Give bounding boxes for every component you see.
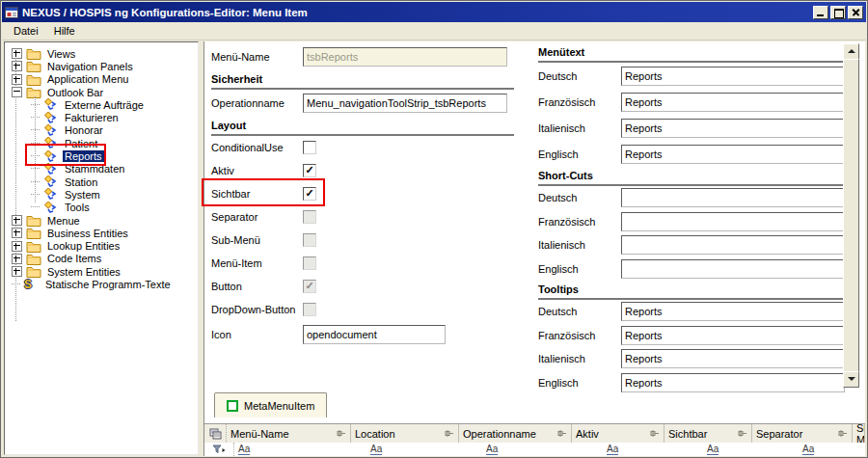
expand-plus-icon[interactable] [12, 48, 22, 59]
vertical-scrollbar[interactable] [843, 43, 859, 388]
expand-plus-icon[interactable] [12, 241, 22, 252]
filter-funnel-icon[interactable] [204, 443, 234, 456]
tab-metamenuitem[interactable]: MetaMenuItem [214, 392, 327, 418]
grid-column-sub-men[interactable]: Sub-Menü [853, 424, 865, 443]
men-text-deutsch-input[interactable] [621, 67, 845, 86]
tree-item-reports[interactable]: Reports [5, 149, 198, 162]
short-cuts-franz-sisch-input[interactable] [621, 212, 845, 231]
short-cuts-englisch-input[interactable] [621, 259, 845, 279]
expand-plus-icon[interactable] [12, 74, 22, 85]
tree-item-lookup-entities[interactable]: Lookup Entities [5, 239, 198, 252]
grid-filter-operationname[interactable]: Aa [482, 443, 603, 456]
tree-item-label: Views [45, 48, 77, 60]
expand-plus-icon[interactable] [12, 215, 22, 226]
pin-icon[interactable] [835, 428, 848, 440]
tree-item-fakturieren[interactable]: Fakturieren [5, 111, 198, 123]
tree-item-navigation-panels[interactable]: Navigation Panels [5, 60, 198, 72]
tree-item-patient[interactable]: Patient [5, 137, 198, 149]
grid-filter-men-name[interactable]: Aa [234, 443, 366, 456]
tree-item-label: System [63, 189, 102, 201]
short-cuts-italienisch-input[interactable] [621, 235, 845, 255]
pin-icon[interactable] [555, 428, 567, 440]
tree-item-label: Application Menu [45, 73, 130, 85]
row-short-cuts-franz-sisch: Französisch [538, 210, 845, 234]
grid-filter-aktiv[interactable]: Aa [603, 443, 703, 456]
tree-item-tools[interactable]: Tools [5, 202, 198, 214]
icon-input[interactable] [303, 325, 446, 344]
static-texts-icon: S [24, 278, 40, 291]
tree-item-application-menu[interactable]: Application Menu [5, 73, 198, 86]
folder-icon [26, 214, 41, 228]
grid-header-row: Menü-NameLocationOperationnameAktivSicht… [204, 424, 865, 444]
pin-icon[interactable] [442, 428, 454, 440]
operationname-input[interactable] [303, 94, 507, 113]
checkbox-conditionaluse[interactable] [303, 141, 316, 154]
tooltips-deutsch-input[interactable] [621, 302, 845, 321]
grid-column-men-name[interactable]: Menü-Name [227, 424, 351, 443]
franz-sisch-label: Französisch [538, 216, 621, 228]
tree-item-outlook-bar[interactable]: Outlook Bar [5, 86, 198, 98]
tree-item-menue[interactable]: Menue [5, 214, 198, 227]
section-short-cuts: Short-Cuts [538, 167, 845, 186]
italienisch-label: Italienisch [538, 122, 621, 134]
grid-column-operationname[interactable]: Operationname [459, 424, 572, 443]
tree-item-business-entities[interactable]: Business Entities [5, 227, 198, 239]
grid-column-location[interactable]: Location [351, 424, 459, 443]
grid-filter-location[interactable]: Aa [366, 443, 482, 456]
expand-plus-icon[interactable] [12, 266, 22, 277]
englisch-label: Englisch [538, 148, 621, 160]
tree-item-views[interactable]: Views [5, 47, 198, 60]
maximize-button[interactable] [830, 6, 846, 19]
tree-item-label: Fakturieren [63, 112, 121, 123]
sitemap-icon [43, 149, 59, 163]
collapse-minus-icon[interactable] [12, 87, 22, 97]
grid-filter-sichtbar[interactable]: Aa [703, 443, 799, 456]
tree-item-system-entities[interactable]: System Entities [5, 265, 198, 278]
pin-icon[interactable] [334, 428, 346, 440]
tooltips-englisch-input[interactable] [621, 373, 845, 392]
minimize-button[interactable] [813, 6, 828, 19]
green-square-icon [227, 400, 238, 412]
grid-filter-separator[interactable]: Aa [799, 443, 868, 456]
tree-item-stammdaten[interactable]: Stammdaten [5, 163, 198, 175]
tree-item-externe-auftr-ge[interactable]: Externe Aufträge [5, 98, 198, 111]
pin-icon[interactable] [735, 428, 747, 440]
tree-item-label: Business Entities [45, 228, 130, 239]
scroll-down-button[interactable] [843, 371, 859, 388]
menu-hilfe[interactable]: Hilfe [46, 24, 83, 39]
menu-datei[interactable]: Datei [6, 24, 46, 39]
tree-item-honorar[interactable]: Honorar [5, 124, 198, 137]
window-title: NEXUS / HOSPIS ng Konfigurations-Editor:… [22, 7, 813, 18]
tree-item-station[interactable]: Station [5, 175, 198, 188]
scroll-up-button[interactable] [843, 43, 859, 60]
tooltips-italienisch-input[interactable] [621, 349, 845, 368]
pin-icon[interactable] [647, 428, 660, 440]
tooltips-franz-sisch-input[interactable] [621, 326, 845, 345]
grid-column-sichtbar[interactable]: Sichtbar [665, 424, 752, 443]
tree-item-system[interactable]: System [5, 188, 198, 201]
row-short-cuts-englisch: Englisch [538, 257, 845, 282]
grid-column-separator[interactable]: Separator [752, 424, 853, 443]
men-text-italienisch-input[interactable] [621, 119, 845, 138]
conditionaluse-label: ConditionalUse [211, 142, 303, 153]
checkbox-men-item [303, 256, 316, 270]
section-layout: Layout [211, 117, 514, 136]
tree-item-code-items[interactable]: Code Items [5, 253, 198, 265]
sitemap-icon [43, 201, 59, 214]
menu-name-input[interactable] [303, 47, 507, 67]
close-button[interactable] [848, 6, 863, 19]
grid-properties-icon[interactable] [204, 424, 227, 443]
tree-item-statische-programm-texte[interactable]: SStatische Programm-Texte [5, 278, 198, 290]
checkbox-sichtbar[interactable]: ✓ [303, 187, 316, 201]
row-short-cuts-italienisch: Italienisch [538, 233, 845, 257]
checkbox-aktiv[interactable]: ✓ [303, 164, 316, 177]
short-cuts-deutsch-input[interactable] [621, 188, 845, 207]
men-text-englisch-input[interactable] [621, 145, 845, 164]
men-text-franz-sisch-input[interactable] [621, 93, 845, 112]
expand-plus-icon[interactable] [12, 254, 22, 264]
scrollbar-thumb[interactable] [843, 59, 859, 372]
expand-plus-icon[interactable] [12, 228, 22, 238]
expand-plus-icon[interactable] [12, 61, 22, 71]
grid-column-aktiv[interactable]: Aktiv [572, 424, 665, 443]
tree-item-label: Navigation Panels [45, 61, 135, 72]
